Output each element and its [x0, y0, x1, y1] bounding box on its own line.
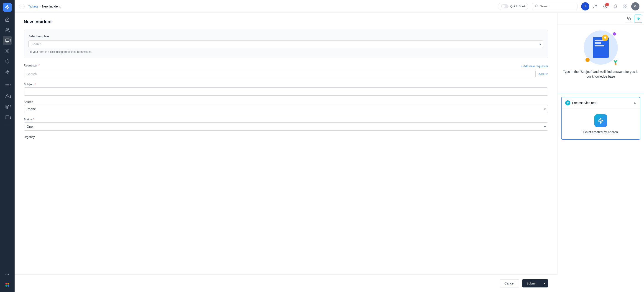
sidebar-bottom: ··· — [3, 270, 12, 289]
kb-book — [593, 37, 609, 58]
sidebar-item-lightning[interactable] — [3, 67, 12, 76]
main-wrapper: › Tickets › New Incident Quick Start — [14, 0, 644, 292]
source-select-wrapper: Phone Email Portal Chat ▾ — [24, 105, 548, 113]
sidebar-item-list[interactable] — [3, 81, 12, 90]
topnav: › Tickets › New Incident Quick Start — [14, 0, 644, 13]
breadcrumb: Tickets › New Incident — [28, 4, 60, 8]
add-cc-link[interactable]: Add Cc — [538, 72, 548, 76]
kb-circle — [584, 30, 618, 65]
page-title: New Incident — [24, 19, 548, 24]
toggle-thumb — [502, 5, 505, 8]
quick-start-toggle[interactable]: Quick Start — [498, 3, 528, 10]
svg-rect-27 — [615, 63, 616, 65]
svg-marker-26 — [637, 17, 640, 20]
subject-field-group: Subject * — [24, 83, 548, 96]
source-field-group: Source Phone Email Portal Chat ▾ — [24, 100, 548, 113]
search-bar[interactable] — [532, 3, 578, 10]
sidebar: ··· — [0, 0, 14, 292]
new-item-button[interactable]: + — [581, 2, 589, 10]
svg-marker-0 — [6, 5, 9, 9]
sidebar-item-alert-menu[interactable] — [9, 94, 12, 98]
rp-copy-icon-button[interactable] — [625, 14, 633, 23]
sidebar-item-list-menu[interactable] — [9, 84, 12, 88]
help-icon-button[interactable]: 1 — [601, 2, 610, 10]
submit-button[interactable]: Submit — [522, 279, 541, 288]
collapse-sidebar-button[interactable]: › — [19, 4, 24, 9]
requester-required-star: * — [38, 64, 40, 67]
sidebar-item-layers[interactable] — [3, 102, 12, 111]
status-select-wrapper: Open Pending Resolved Closed ▾ — [24, 122, 548, 131]
sidebar-item-shield[interactable] — [3, 57, 12, 66]
rp-lightning-icon-button[interactable] — [634, 14, 642, 23]
svg-point-5 — [6, 50, 8, 52]
fs-section-collapse-icon[interactable]: ∧ — [634, 101, 636, 105]
search-input[interactable] — [540, 4, 574, 8]
requester-field-group: Requester * + Add new requester Add Cc — [24, 64, 548, 78]
sidebar-item-tickets[interactable] — [3, 36, 12, 45]
submit-arrow-icon: ▲ — [543, 282, 546, 285]
kb-yellow-dot — [586, 58, 590, 62]
requester-input[interactable] — [24, 70, 536, 78]
status-select[interactable]: Open Pending Resolved Closed — [24, 122, 548, 131]
toggle-pill — [501, 4, 508, 8]
form-column: New Incident Select template Search ▾ Fi… — [14, 13, 558, 292]
topnav-icons: + 1 — [581, 2, 640, 10]
breadcrumb-tickets-link[interactable]: Tickets — [28, 4, 38, 8]
svg-rect-24 — [624, 6, 625, 8]
right-panel: Type in the "Subject" and we'll find ans… — [558, 13, 644, 292]
sidebar-item-alert[interactable] — [3, 92, 12, 101]
breadcrumb-current-page: New Incident — [42, 4, 60, 8]
template-select[interactable]: Search — [28, 40, 543, 48]
form-panel: New Incident Select template Search ▾ Fi… — [14, 13, 558, 275]
requester-field-row: Requester * + Add new requester — [24, 64, 548, 68]
svg-marker-28 — [567, 102, 569, 104]
subject-label: Subject * — [24, 83, 548, 86]
contacts-icon-button[interactable] — [591, 2, 599, 10]
svg-rect-21 — [624, 5, 625, 6]
svg-marker-29 — [598, 118, 603, 123]
sidebar-item-home[interactable] — [3, 15, 12, 24]
source-label: Source — [24, 100, 548, 104]
subject-input[interactable] — [24, 87, 548, 96]
kb-book-line-2 — [594, 42, 602, 44]
kb-description-text: Type in the "Subject" and we'll find ans… — [562, 69, 640, 79]
fs-logo-icon — [594, 114, 607, 127]
template-select-wrapper: Search ▾ — [28, 40, 543, 48]
source-select[interactable]: Phone Email Portal Chat — [24, 105, 548, 113]
sidebar-logo[interactable] — [3, 3, 12, 12]
knowledge-base-section: Type in the "Subject" and we'll find ans… — [558, 25, 644, 93]
svg-rect-22 — [626, 5, 627, 6]
sidebar-item-bugs[interactable] — [3, 46, 12, 55]
sidebar-item-tickets-menu[interactable] — [9, 39, 12, 42]
kb-purple-dot — [613, 32, 616, 35]
sidebar-item-contacts[interactable] — [3, 25, 12, 34]
user-avatar[interactable]: G — [631, 2, 640, 10]
urgency-label: Urgency — [24, 135, 548, 139]
svg-line-17 — [537, 6, 538, 7]
sidebar-item-more[interactable]: ··· — [3, 270, 12, 279]
kb-illustration — [582, 29, 619, 66]
fs-section-header: Freshservice test ∧ — [562, 97, 640, 109]
sidebar-item-layers-menu[interactable] — [9, 105, 12, 109]
fs-header-left: Freshservice test — [565, 100, 596, 105]
cancel-button[interactable]: Cancel — [500, 279, 519, 288]
apps-icon-button[interactable] — [621, 2, 630, 10]
requester-input-row: Add Cc — [24, 70, 548, 78]
fs-message-text: Ticket created by Andrea. — [583, 130, 619, 134]
right-panel-action-icons — [558, 13, 644, 25]
submit-dropdown-button[interactable]: ▲ — [541, 279, 548, 288]
template-section: Select template Search ▾ Fill your form … — [24, 30, 548, 58]
freshservice-test-section: Freshservice test ∧ Ticket created by An… — [561, 97, 640, 140]
bell-icon-button[interactable] — [611, 2, 620, 10]
svg-rect-23 — [626, 6, 627, 8]
add-requester-link[interactable]: + Add new requester — [521, 64, 548, 68]
quick-start-label: Quick Start — [510, 4, 525, 8]
submit-btn-group: Submit ▲ — [522, 279, 548, 288]
sidebar-item-book-menu[interactable] — [9, 115, 12, 119]
svg-point-1 — [6, 28, 8, 30]
sidebar-apps[interactable] — [3, 280, 12, 289]
kb-book-line-3 — [594, 45, 604, 46]
sidebar-item-book[interactable] — [3, 113, 12, 122]
svg-rect-25 — [628, 18, 630, 20]
svg-marker-6 — [6, 70, 9, 74]
